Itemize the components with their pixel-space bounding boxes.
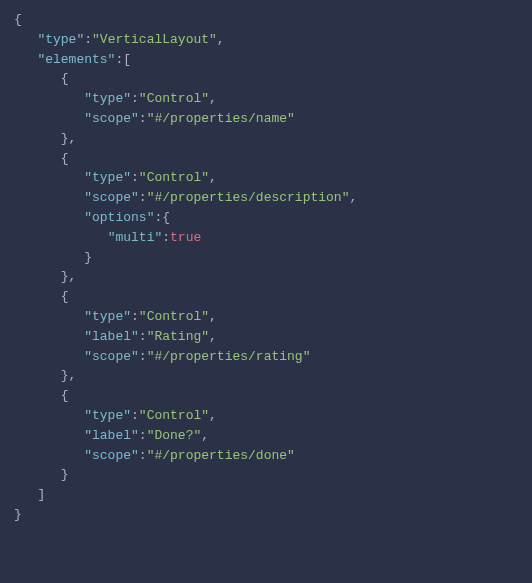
json-key: "type" bbox=[84, 309, 131, 324]
json-key: "multi" bbox=[108, 230, 163, 245]
json-key: "options" bbox=[84, 210, 154, 225]
json-key: "scope" bbox=[84, 448, 139, 463]
code-line: }, bbox=[14, 269, 76, 284]
json-punct: } bbox=[84, 250, 92, 265]
code-line: "type":"Control", bbox=[14, 309, 217, 324]
code-line: { bbox=[14, 388, 69, 403]
json-punct: { bbox=[61, 71, 69, 86]
json-string: "#/properties/rating" bbox=[147, 349, 311, 364]
code-line: "label":"Done?", bbox=[14, 428, 209, 443]
json-punct: , bbox=[209, 91, 217, 106]
code-line: }, bbox=[14, 131, 76, 146]
code-line: "options":{ bbox=[14, 210, 170, 225]
json-punct: , bbox=[209, 170, 217, 185]
json-punct: , bbox=[349, 190, 357, 205]
code-line: "scope":"#/properties/description", bbox=[14, 190, 357, 205]
json-punct: : bbox=[131, 91, 139, 106]
json-key: "scope" bbox=[84, 111, 139, 126]
json-punct: { bbox=[61, 151, 69, 166]
json-string: "#/properties/done" bbox=[147, 448, 295, 463]
json-key: "type" bbox=[84, 408, 131, 423]
json-key: "scope" bbox=[84, 349, 139, 364]
json-punct: : bbox=[139, 329, 147, 344]
json-string: "#/properties/name" bbox=[147, 111, 295, 126]
json-string: "Control" bbox=[139, 309, 209, 324]
json-punct: :[ bbox=[115, 52, 131, 67]
json-punct: } bbox=[14, 507, 22, 522]
json-punct: : bbox=[139, 448, 147, 463]
code-line: "scope":"#/properties/done" bbox=[14, 448, 295, 463]
code-line: "scope":"#/properties/rating" bbox=[14, 349, 310, 364]
json-key: "type" bbox=[84, 170, 131, 185]
code-line: "type":"Control", bbox=[14, 91, 217, 106]
json-punct: { bbox=[61, 388, 69, 403]
json-key: "type" bbox=[37, 32, 84, 47]
json-punct: }, bbox=[61, 368, 77, 383]
json-punct: { bbox=[14, 12, 22, 27]
json-boolean: true bbox=[170, 230, 201, 245]
code-line: "type":"Control", bbox=[14, 170, 217, 185]
json-punct: } bbox=[61, 467, 69, 482]
code-line: } bbox=[14, 467, 69, 482]
code-line: "type":"VerticalLayout", bbox=[14, 32, 225, 47]
json-punct: : bbox=[139, 349, 147, 364]
json-punct: { bbox=[61, 289, 69, 304]
json-punct: , bbox=[209, 408, 217, 423]
json-key: "type" bbox=[84, 91, 131, 106]
json-punct: , bbox=[209, 309, 217, 324]
json-punct: : bbox=[84, 32, 92, 47]
code-line: "elements":[ bbox=[14, 52, 131, 67]
json-punct: : bbox=[131, 408, 139, 423]
json-punct: : bbox=[131, 309, 139, 324]
json-key: "label" bbox=[84, 428, 139, 443]
json-punct: : bbox=[131, 170, 139, 185]
code-line: }, bbox=[14, 368, 76, 383]
json-key: "label" bbox=[84, 329, 139, 344]
code-line: { bbox=[14, 71, 69, 86]
code-line: { bbox=[14, 289, 69, 304]
code-line: "type":"Control", bbox=[14, 408, 217, 423]
code-line: ] bbox=[14, 487, 45, 502]
json-punct: : bbox=[162, 230, 170, 245]
json-string: "Control" bbox=[139, 408, 209, 423]
json-code-block: { "type":"VerticalLayout", "elements":[ … bbox=[0, 0, 532, 535]
json-string: "Control" bbox=[139, 91, 209, 106]
json-punct: , bbox=[217, 32, 225, 47]
code-line: "multi":true bbox=[14, 230, 201, 245]
code-line: } bbox=[14, 507, 22, 522]
json-punct: : bbox=[139, 190, 147, 205]
code-line: "scope":"#/properties/name" bbox=[14, 111, 295, 126]
json-string: "Rating" bbox=[147, 329, 209, 344]
code-line: { bbox=[14, 12, 22, 27]
json-string: "VerticalLayout" bbox=[92, 32, 217, 47]
json-key: "elements" bbox=[37, 52, 115, 67]
code-line: { bbox=[14, 151, 69, 166]
code-line: } bbox=[14, 250, 92, 265]
json-punct: : bbox=[139, 111, 147, 126]
json-punct: }, bbox=[61, 269, 77, 284]
json-punct: ] bbox=[37, 487, 45, 502]
json-string: "#/properties/description" bbox=[147, 190, 350, 205]
json-punct: :{ bbox=[154, 210, 170, 225]
json-key: "scope" bbox=[84, 190, 139, 205]
json-punct: , bbox=[201, 428, 209, 443]
json-string: "Done?" bbox=[147, 428, 202, 443]
json-string: "Control" bbox=[139, 170, 209, 185]
json-punct: , bbox=[209, 329, 217, 344]
code-line: "label":"Rating", bbox=[14, 329, 217, 344]
json-punct: }, bbox=[61, 131, 77, 146]
json-punct: : bbox=[139, 428, 147, 443]
